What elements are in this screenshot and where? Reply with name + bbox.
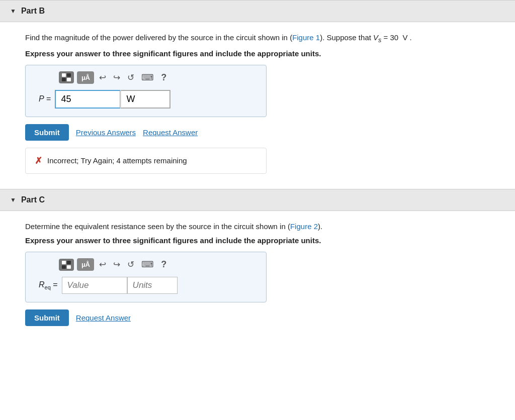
keyboard-button[interactable]: ⌨ <box>139 71 156 84</box>
part-c-keyboard-button[interactable]: ⌨ <box>139 258 156 271</box>
part-b-description: Find the magnitude of the power delivere… <box>25 32 490 45</box>
part-c-header: ▼ Part C <box>0 189 515 211</box>
part-c-title: Part C <box>21 195 45 204</box>
incorrect-icon: ✗ <box>35 155 42 166</box>
part-b-feedback-text: Incorrect; Try Again; 4 attempts remaini… <box>47 156 187 165</box>
part-c-redo-button[interactable]: ↪ <box>111 258 122 271</box>
reset-button[interactable]: ↺ <box>125 71 136 84</box>
part-b-body: Find the magnitude of the power delivere… <box>0 22 515 189</box>
undo-button[interactable]: ↩ <box>97 71 108 84</box>
part-c-unit-input[interactable] <box>127 277 178 294</box>
part-b-instruction: Express your answer to three significant… <box>25 49 490 58</box>
part-c-reset-button[interactable]: ↺ <box>125 258 136 271</box>
part-c-var-label: Req = <box>39 280 58 290</box>
part-c-unit-label: μÅ <box>81 261 90 268</box>
part-c-input-row: Req = <box>39 277 258 294</box>
part-c-unit-mode-button[interactable]: μÅ <box>77 258 94 271</box>
part-c-matrix-button[interactable] <box>59 259 74 271</box>
part-c-chevron-icon[interactable]: ▼ <box>10 196 16 203</box>
part-c-answer-box: μÅ ↩ ↪ ↺ ⌨ ? Req = <box>25 252 267 302</box>
part-b-section: ▼ Part B Find the magnitude of the power… <box>0 0 515 189</box>
help-button[interactable]: ? <box>159 71 168 84</box>
part-c-undo-button[interactable]: ↩ <box>97 258 108 271</box>
part-b-title: Part B <box>21 7 45 16</box>
part-b-previous-answers-button[interactable]: Previous Answers <box>76 128 136 137</box>
part-c-help-button[interactable]: ? <box>159 258 168 271</box>
figure1-link[interactable]: Figure 1 <box>292 33 320 42</box>
part-c-section: ▼ Part C Determine the equivalent resist… <box>0 189 515 349</box>
unit-label: μÅ <box>81 74 90 81</box>
part-c-submit-button[interactable]: Submit <box>25 309 69 326</box>
part-b-value-input[interactable] <box>55 90 120 109</box>
part-c-instruction: Express your answer to three significant… <box>25 236 490 245</box>
part-b-unit-input[interactable] <box>120 90 170 109</box>
figure2-link[interactable]: Figure 2 <box>290 222 318 231</box>
part-b-var-label: P = <box>39 94 51 103</box>
part-c-body: Determine the equivalent resistance seen… <box>0 211 515 349</box>
part-b-request-answer-button[interactable]: Request Answer <box>143 128 198 137</box>
part-b-submit-button[interactable]: Submit <box>25 124 69 141</box>
matrix-button[interactable] <box>59 71 74 83</box>
part-b-answer-box: μÅ ↩ ↪ ↺ ⌨ ? P = <box>25 65 267 117</box>
part-b-feedback-box: ✗ Incorrect; Try Again; 4 attempts remai… <box>25 148 267 174</box>
part-b-action-row: Submit Previous Answers Request Answer <box>25 124 490 141</box>
part-b-toolbar: μÅ ↩ ↪ ↺ ⌨ ? <box>59 71 258 84</box>
part-c-request-answer-button[interactable]: Request Answer <box>76 313 131 322</box>
part-b-header: ▼ Part B <box>0 0 515 22</box>
part-c-description: Determine the equivalent resistance seen… <box>25 221 490 233</box>
part-b-input-row: P = <box>39 90 258 109</box>
redo-button[interactable]: ↪ <box>111 71 122 84</box>
part-c-action-row: Submit Request Answer <box>25 309 490 326</box>
part-c-toolbar: μÅ ↩ ↪ ↺ ⌨ ? <box>59 258 258 271</box>
part-b-chevron-icon[interactable]: ▼ <box>10 8 16 15</box>
part-c-value-input[interactable] <box>62 277 127 294</box>
unit-mode-button[interactable]: μÅ <box>77 71 94 84</box>
